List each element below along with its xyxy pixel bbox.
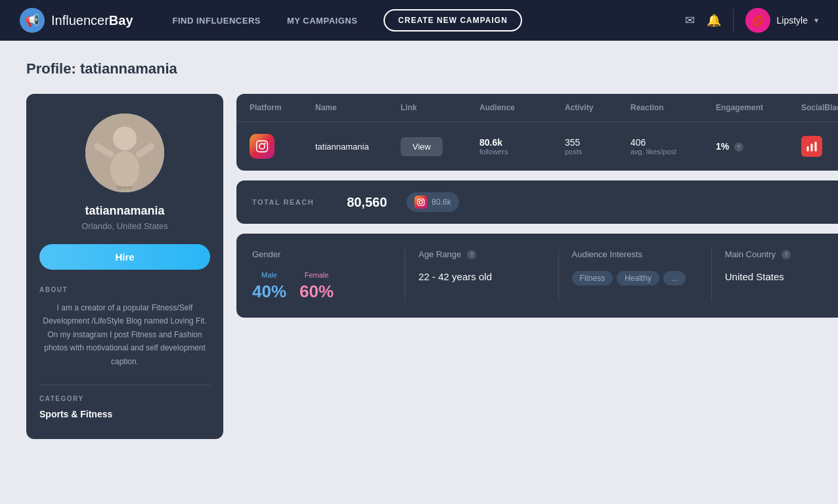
profile-username: tatiannamania	[85, 204, 164, 218]
age-title: Age Range ?	[418, 249, 544, 259]
nav-my-campaigns[interactable]: MY CAMPAIGNS	[287, 16, 357, 26]
create-campaign-button[interactable]: CREATE NEW CAMPAIGN	[384, 9, 522, 32]
category-value: Sports & Fitness	[39, 409, 112, 419]
activity-cell: 355 posts	[565, 137, 630, 156]
country-title: Main Country ?	[725, 249, 838, 259]
reach-value: 80,560	[347, 195, 387, 210]
engagement-info-icon[interactable]: ?	[734, 142, 743, 152]
about-text: I am a creator of a popular Fitness/Self…	[39, 301, 210, 368]
audience-card: Gender Male 40% Female 60%	[236, 234, 838, 318]
interests-section: Audience Interests Fitness Healthy ...	[559, 249, 711, 302]
socialblade-icon[interactable]	[801, 136, 822, 157]
about-label: ABOUT	[39, 286, 68, 293]
profile-layout: fitness tatiannamania Orlando, United St…	[26, 94, 812, 439]
col-activity: Activity	[565, 103, 630, 112]
male-pct: 40%	[252, 282, 286, 302]
table-row: tatiannamania View 80.6k followers 355 p…	[236, 122, 838, 171]
avatar-image: fitness	[85, 114, 164, 192]
socialblade-cell	[801, 136, 838, 157]
profile-location: Orlando, United States	[81, 221, 168, 231]
col-platform: Platform	[250, 103, 315, 112]
col-socialblade: SocialBlade	[801, 103, 838, 112]
col-audience: Audience	[479, 103, 565, 112]
svg-point-13	[420, 201, 423, 204]
navbar: 📢 InfluencerBay FIND INFLUENCERS MY CAMP…	[0, 0, 838, 41]
table-header: Platform Name Link Audience Activity Rea…	[236, 94, 838, 122]
tag-more[interactable]: ...	[663, 271, 686, 285]
reach-ig-icon	[414, 196, 428, 209]
platform-table: Platform Name Link Audience Activity Rea…	[236, 94, 838, 171]
posts-label: posts	[565, 148, 630, 156]
svg-rect-9	[807, 146, 809, 152]
page-content: Profile: tatiannamania fitness tatianna	[0, 41, 838, 459]
tag-fitness: Fitness	[572, 271, 613, 285]
chevron-down-icon: ▾	[814, 16, 818, 25]
reach-pill-label: 80.6k	[431, 198, 451, 207]
reaction-cell: 406 avg. likes/post	[630, 137, 716, 156]
logo[interactable]: 📢 InfluencerBay	[20, 8, 133, 33]
svg-rect-12	[418, 199, 424, 205]
gender-title: Gender	[252, 249, 391, 259]
country-section: Main Country ? United States	[712, 249, 838, 302]
engagement-cell: 1% ?	[716, 141, 801, 152]
followers-label: followers	[479, 148, 565, 156]
svg-point-7	[259, 144, 265, 149]
avatar: 💋	[745, 8, 770, 33]
female-pct: 60%	[299, 282, 334, 302]
profile-avatar: fitness	[85, 114, 164, 192]
reach-pill: 80.6k	[407, 192, 458, 212]
reach-card: TOTAL REACH 80,560 80.6k	[236, 180, 838, 224]
followers-count: 80.6k	[479, 137, 565, 148]
engagement-pct: 1%	[716, 141, 729, 152]
nav-find-influencers[interactable]: FIND INFLUENCERS	[173, 16, 261, 26]
male-label: Male	[261, 271, 277, 279]
age-section: Age Range ? 22 - 42 years old	[405, 249, 558, 302]
likes-count: 406	[630, 137, 716, 148]
svg-point-2	[110, 151, 139, 188]
message-icon[interactable]: ✉	[685, 13, 695, 28]
nav-divider	[733, 9, 734, 32]
view-link-button[interactable]: View	[401, 137, 443, 156]
country-value: United States	[725, 271, 838, 282]
name-cell: tatiannamania	[315, 142, 401, 152]
hire-button[interactable]: Hire	[39, 244, 210, 270]
nav-right: ✉ 🔔 💋 Lipstyle ▾	[685, 8, 818, 33]
country-info-icon[interactable]: ?	[782, 250, 791, 259]
svg-point-14	[422, 200, 424, 201]
gender-row: Male 40% Female 60%	[252, 271, 391, 302]
col-link: Link	[401, 103, 479, 112]
interests-title: Audience Interests	[572, 249, 698, 259]
col-name: Name	[315, 103, 401, 112]
username-label: Lipstyle	[777, 15, 808, 26]
svg-point-1	[113, 127, 137, 150]
platform-cell	[250, 134, 315, 159]
col-reaction: Reaction	[630, 103, 716, 112]
logo-icon: 📢	[20, 8, 45, 33]
chart-icon	[806, 140, 818, 152]
svg-rect-11	[815, 142, 817, 151]
link-cell[interactable]: View	[401, 137, 479, 156]
right-panel: Platform Name Link Audience Activity Rea…	[236, 94, 838, 318]
category-divider	[39, 385, 210, 385]
svg-rect-6	[257, 141, 268, 152]
male-item: Male 40%	[252, 271, 286, 302]
gender-section: Gender Male 40% Female 60%	[252, 249, 405, 302]
ig-svg	[255, 140, 269, 153]
profile-card: fitness tatiannamania Orlando, United St…	[26, 94, 223, 439]
svg-point-8	[264, 142, 266, 144]
age-info-icon[interactable]: ?	[467, 250, 476, 259]
instagram-icon	[250, 134, 275, 159]
svg-text:fitness: fitness	[117, 184, 132, 190]
bell-icon[interactable]: 🔔	[707, 13, 721, 28]
audience-cell: 80.6k followers	[479, 137, 565, 156]
svg-rect-10	[811, 144, 813, 151]
user-menu[interactable]: 💋 Lipstyle ▾	[745, 8, 818, 33]
likes-label: avg. likes/post	[630, 148, 716, 156]
posts-count: 355	[565, 137, 630, 148]
reach-label: TOTAL REACH	[252, 198, 314, 206]
interests-tags: Fitness Healthy ...	[572, 271, 698, 285]
age-value: 22 - 42 years old	[418, 271, 544, 282]
tag-healthy: Healthy	[617, 271, 659, 285]
page-title: Profile: tatiannamania	[26, 60, 812, 77]
nav-links: FIND INFLUENCERS MY CAMPAIGNS CREATE NEW…	[173, 9, 665, 32]
